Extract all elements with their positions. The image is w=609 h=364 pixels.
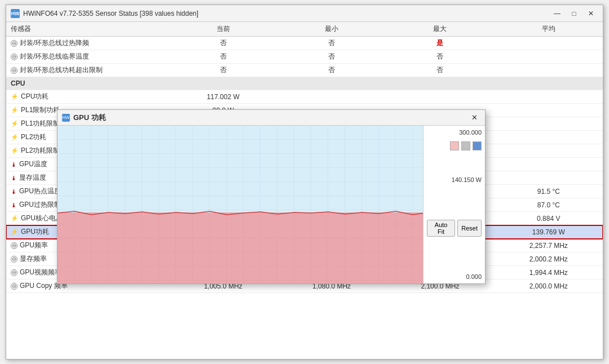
color-box-gray[interactable] (461, 141, 470, 150)
popup-sidebar: 300.000 140.150 W Auto Fit Reset 0.000 (423, 126, 485, 283)
main-window: HW HWiNFO64 v7.72-5355 Sensor Status [39… (6, 5, 603, 359)
table-row[interactable]: ⊖封装/环形总线过热降频否否是 (6, 37, 603, 50)
sensor-label: GPU过热限制 (19, 200, 61, 210)
popup-title-left: HW GPU 功耗 (62, 113, 106, 123)
sensor-label: 封装/环形总线功耗超出限制 (20, 65, 103, 75)
sensor-label: 显存温度 (19, 173, 46, 183)
popup-chart (58, 126, 423, 283)
lightning-icon: ⚡ (11, 120, 19, 127)
avg-value: 0.884 V (495, 212, 603, 225)
sensor-label: GPU温度 (19, 159, 47, 169)
app-icon: HW (11, 9, 20, 18)
avg-value (495, 158, 603, 171)
minus-icon: ⊖ (11, 269, 17, 276)
maximize-button[interactable]: □ (567, 8, 581, 19)
sensor-name-cell: ⊖封装/环形总线临界温度 (6, 50, 169, 64)
table-header-row: 传感器 当前 最小 最大 平均 (6, 22, 603, 37)
lightning-icon: ⚡ (11, 106, 19, 114)
popup-close-button[interactable]: ✕ (468, 113, 480, 123)
avg-value (495, 37, 603, 50)
sensor-name-cell: ⊖封装/环形总线功耗超出限制 (6, 64, 169, 77)
sensor-label: PL2功耗 (21, 132, 46, 142)
avg-value (495, 64, 603, 77)
sensor-label: CPU功耗 (21, 92, 48, 101)
minus-icon: ⊖ (11, 67, 17, 74)
sensor-label: 封装/环形总线临界温度 (20, 52, 89, 61)
avg-value: 1,994.4 MHz (495, 266, 603, 279)
minus-icon: ⊖ (11, 40, 17, 47)
table-row[interactable]: ⚡CPU功耗117.002 W (6, 90, 603, 104)
sensor-label: GPU功耗 (21, 227, 49, 237)
avg-value (495, 104, 603, 117)
lightning-icon: ⚡ (11, 93, 19, 100)
sensor-label: PL1功耗限制 (21, 119, 60, 128)
sensor-name-cell: ⊖封装/环形总线过热降频 (6, 37, 169, 50)
minus-icon: ⊖ (11, 54, 17, 60)
window-controls: — □ ✕ (550, 8, 598, 19)
thermo-icon: 🌡 (11, 175, 17, 181)
svg-rect-5 (58, 212, 423, 283)
popup-color-boxes (427, 141, 482, 150)
window-title: HWiNFO64 v7.72-5355 Sensor Status [398 v… (23, 10, 198, 17)
popup-bottom-value: 0.000 (427, 273, 482, 280)
lightning-icon: ⚡ (11, 228, 19, 236)
min-value: 否 (277, 64, 386, 77)
sensor-label: PL1限制功耗 (21, 105, 60, 115)
max-value (386, 90, 494, 104)
popup-title-text: GPU 功耗 (73, 113, 106, 123)
min-value (277, 90, 386, 104)
title-bar: HW HWiNFO64 v7.72-5355 Sensor Status [39… (6, 5, 603, 22)
col-min: 最小 (277, 22, 386, 37)
close-button[interactable]: ✕ (584, 8, 598, 19)
auto-fit-button[interactable]: Auto Fit (427, 220, 455, 237)
title-bar-left: HW HWiNFO64 v7.72-5355 Sensor Status [39… (11, 9, 198, 18)
color-box-blue[interactable] (473, 141, 482, 150)
minus-icon: ⊖ (11, 256, 17, 263)
gpu-power-popup: HW GPU 功耗 ✕ (57, 109, 486, 284)
popup-buttons: Auto Fit Reset (427, 220, 482, 237)
popup-max-value: 300.000 (427, 129, 482, 136)
max-value: 否 (386, 50, 494, 64)
table-row[interactable]: ⊖封装/环形总线功耗超出限制否否否 (6, 64, 603, 77)
lightning-icon: ⚡ (11, 215, 19, 222)
popup-btn-row: Auto Fit Reset (427, 220, 482, 237)
avg-value (495, 131, 603, 144)
minimize-button[interactable]: — (550, 8, 564, 19)
avg-value: 2,000.0 MHz (495, 279, 603, 293)
min-value: 否 (277, 37, 386, 50)
col-max: 最大 (386, 22, 494, 37)
popup-app-icon: HW (62, 114, 70, 122)
thermo-icon: 🌡 (11, 188, 17, 195)
sensor-label: 封装/环形总线过热降频 (20, 38, 89, 48)
sensor-label: PL2功耗限制 (21, 146, 60, 156)
popup-content: 300.000 140.150 W Auto Fit Reset 0.000 (58, 126, 485, 283)
color-box-pink[interactable] (450, 141, 459, 150)
minus-icon: ⊖ (11, 283, 17, 290)
col-current: 当前 (169, 22, 277, 37)
lightning-icon: ⚡ (11, 147, 19, 154)
sensor-label: GPU视频频率 (20, 268, 61, 277)
avg-value (495, 50, 603, 64)
sensor-label: GPU频率 (20, 241, 48, 250)
sensor-name-cell: ⚡CPU功耗 (6, 90, 169, 104)
current-value: 否 (169, 64, 277, 77)
sensor-label: GPU核心电压 (21, 214, 63, 223)
avg-value: 91.5 °C (495, 185, 603, 198)
table-row[interactable]: CPU (6, 77, 603, 90)
avg-value: 2,000.2 MHz (495, 252, 603, 266)
minus-icon: ⊖ (11, 242, 17, 249)
avg-value (495, 117, 603, 131)
reset-button[interactable]: Reset (457, 220, 482, 237)
table-row[interactable]: ⊖封装/环形总线临界温度否否否 (6, 50, 603, 64)
min-value: 否 (277, 50, 386, 64)
current-value: 否 (169, 37, 277, 50)
sensor-label: 显存频率 (20, 254, 47, 264)
thermo-icon: 🌡 (11, 161, 17, 168)
col-sensor: 传感器 (6, 22, 169, 37)
current-value: 否 (169, 50, 277, 64)
lightning-icon: ⚡ (11, 134, 19, 141)
thermo-icon: 🌡 (11, 202, 17, 208)
popup-mid-value: 140.150 W (427, 176, 482, 183)
sensor-label: GPU热点温度 (19, 187, 61, 196)
avg-value: 2,257.7 MHz (495, 239, 603, 252)
